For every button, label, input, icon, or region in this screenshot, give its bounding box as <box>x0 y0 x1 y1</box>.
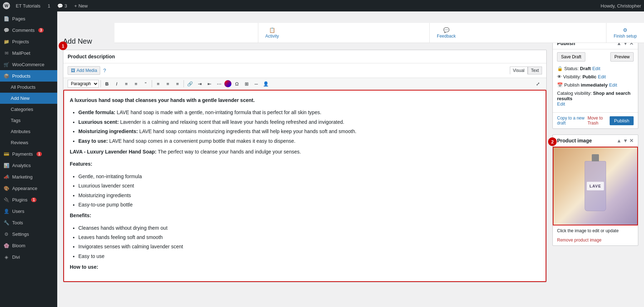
activity-action[interactable]: 📋 Activity <box>258 23 286 43</box>
publish-body: Save Draft Preview 🔒 Status: Draft Edit … <box>553 49 638 112</box>
align-center-button[interactable]: ≡ <box>164 79 172 88</box>
link-button[interactable]: 🔗 <box>186 79 194 88</box>
sidebar-item-payments[interactable]: 💳 Payments 1 <box>0 148 57 160</box>
product-image-box: Product image ▲ ▼ ✕ LAVE <box>552 135 638 246</box>
paragraph-select[interactable]: Paragraph <box>68 80 99 88</box>
admin-bar-comments[interactable]: 💬 3 <box>54 0 70 11</box>
text-tab[interactable]: Text <box>528 67 542 74</box>
table-button[interactable]: ⊞ <box>242 79 251 88</box>
person-button[interactable]: 👤 <box>262 79 270 88</box>
bottle-top <box>592 154 599 161</box>
help-icon[interactable]: ? <box>103 68 106 73</box>
add-media-button[interactable]: 🖼 Add Media <box>68 66 100 75</box>
sidebar-item-appearance[interactable]: 🎨 Appearance <box>0 182 57 194</box>
sidebar-item-add-new[interactable]: Add New <box>0 93 57 104</box>
sidebar-item-mailpoet[interactable]: ✉ MailPoet <box>0 47 57 59</box>
top-actions-bar: 📋 Activity 💬 Feedback ⚙ Finish setup <box>114 23 644 43</box>
feature-list-item-1: Gentle, non-irritating formula <box>78 172 540 180</box>
publish-time-edit-link[interactable]: Edit <box>609 82 617 88</box>
outdent-button[interactable]: ⇤ <box>205 79 214 88</box>
settings-image-icon[interactable]: ▼ <box>623 138 628 143</box>
wp-logo[interactable]: W <box>3 2 10 9</box>
sidebar-item-all-products[interactable]: All Products <box>0 82 57 93</box>
sidebar-item-label: Comments <box>12 28 35 33</box>
feedback-action[interactable]: 💬 Feedback <box>429 23 463 43</box>
catalog-edit-link[interactable]: Edit <box>557 101 565 107</box>
publish-actions: Save Draft Preview <box>557 52 634 62</box>
align-left-button[interactable]: ≡ <box>154 79 162 88</box>
admin-bar-notif[interactable]: 1 <box>45 0 53 11</box>
editor-content[interactable]: A luxurious hand soap that cleanses your… <box>63 90 546 282</box>
visibility-label: Visibility: Public <box>563 74 596 79</box>
special-char-button[interactable]: Ω <box>233 79 241 88</box>
feedback-label: Feedback <box>437 34 456 39</box>
pages-icon: 📄 <box>4 16 9 21</box>
sidebar-item-users[interactable]: 👤 Users <box>0 205 57 217</box>
remove-product-image-link[interactable]: Remove product image <box>553 236 638 245</box>
sidebar-item-tags[interactable]: Tags <box>0 115 57 126</box>
sidebar-item-products[interactable]: 📦 Products <box>0 70 57 82</box>
hr-button[interactable]: ─ <box>252 79 260 88</box>
sidebar-item-settings[interactable]: ⚙ Settings <box>0 228 57 240</box>
feature-list-item-3: Moisturizing ingredients <box>78 191 540 199</box>
sidebar-item-attributes[interactable]: Attributes <box>0 126 57 137</box>
preview-button[interactable]: Preview <box>610 52 634 62</box>
comments-badge: 3 <box>38 28 44 33</box>
intro-paragraph: A luxurious hand soap that cleanses your… <box>70 96 540 104</box>
format-toolbar: Paragraph B I ≡ ≡ " ≡ ≡ ≡ 🔗 <box>63 78 546 90</box>
visual-tab[interactable]: Visual <box>510 67 528 74</box>
sidebar-item-label: Projects <box>12 39 29 44</box>
bold-button[interactable]: B <box>103 79 111 88</box>
product-image-display[interactable]: LAVE <box>553 147 638 225</box>
sidebar-item-marketing[interactable]: 📣 Marketing <box>0 171 57 182</box>
indent-button[interactable]: ⇥ <box>195 79 204 88</box>
sidebar-item-categories[interactable]: Categories <box>0 104 57 115</box>
fullscreen-button[interactable]: ⤢ <box>533 79 542 88</box>
sidebar-item-analytics[interactable]: 📊 Analytics <box>0 160 57 171</box>
blockquote-button[interactable]: " <box>141 79 150 88</box>
close-image-icon[interactable]: ✕ <box>629 138 634 143</box>
sidebar-item-projects[interactable]: 📁 Projects <box>0 36 57 47</box>
editor-top-toolbar: 🖼 Add Media ? Visual Text <box>63 63 546 78</box>
finish-setup-label: Finish setup <box>614 34 637 39</box>
move-to-trash-link[interactable]: Move to Trash <box>587 116 610 126</box>
finish-setup-action[interactable]: ⚙ Finish setup <box>606 23 644 43</box>
sidebar: 📄 Pages 💬 Comments 3 📁 Projects ✉ MailPo… <box>0 11 57 307</box>
sidebar-item-tools[interactable]: 🔧 Tools <box>0 217 57 228</box>
save-draft-button[interactable]: Save Draft <box>557 52 585 62</box>
visibility-icon: 👁 <box>557 74 562 79</box>
users-icon: 👤 <box>4 208 9 214</box>
ordered-list-button[interactable]: ≡ <box>132 79 140 88</box>
right-panel: Publish ▲ ▼ ✕ Save Draft Preview <box>552 37 638 301</box>
product-description-header: Product description <box>63 50 546 63</box>
feature-item-4: Easy to use: LAVE hand soap comes in a c… <box>78 137 540 145</box>
align-right-button[interactable]: ≡ <box>173 79 182 88</box>
admin-bar-site[interactable]: ET Tutorials <box>13 0 43 11</box>
admin-bar-new[interactable]: + New <box>72 0 91 11</box>
sidebar-item-comments[interactable]: 💬 Comments 3 <box>0 24 57 36</box>
publish-button[interactable]: Publish <box>610 116 634 125</box>
marketing-icon: 📣 <box>4 174 9 180</box>
tools-icon: 🔧 <box>4 220 9 225</box>
sidebar-item-divi[interactable]: ◈ Divi <box>0 251 57 263</box>
sidebar-item-pages[interactable]: 📄 Pages <box>0 13 57 24</box>
italic-button[interactable]: I <box>112 79 121 88</box>
feature-list-item-2: Luxurious lavender scent <box>78 182 540 190</box>
color-picker-button[interactable] <box>224 80 231 87</box>
sidebar-item-label: Add New <box>11 96 30 101</box>
main-layout: 📄 Pages 💬 Comments 3 📁 Projects ✉ MailPo… <box>0 11 644 307</box>
more-options-button[interactable]: ⋯ <box>215 79 223 88</box>
publish-time-row: 📅 Publish immediately Edit <box>557 82 634 88</box>
sidebar-item-label: Attributes <box>11 129 30 134</box>
copy-draft-link[interactable]: Copy to a new draft <box>557 116 587 126</box>
status-edit-link[interactable]: Edit <box>592 66 600 71</box>
sidebar-item-bloom[interactable]: 🌸 Bloom <box>0 240 57 251</box>
sidebar-item-reviews[interactable]: Reviews <box>0 137 57 148</box>
publish-status-row: 🔒 Status: Draft Edit <box>557 66 634 71</box>
sidebar-item-plugins[interactable]: 🔌 Plugins 1 <box>0 194 57 205</box>
sidebar-item-woocommerce[interactable]: 🛒 WooCommerce <box>0 59 57 70</box>
visibility-edit-link[interactable]: Edit <box>598 74 606 79</box>
payments-badge: 1 <box>36 152 42 156</box>
unordered-list-button[interactable]: ≡ <box>122 79 131 88</box>
collapse-image-icon[interactable]: ▲ <box>616 138 621 143</box>
